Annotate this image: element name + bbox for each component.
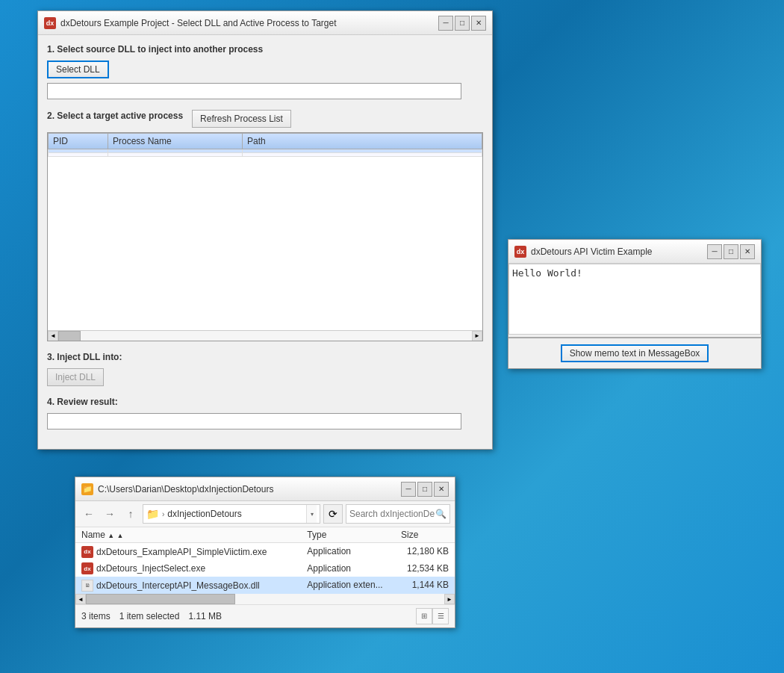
main-maximize-btn[interactable]: □: [455, 16, 470, 31]
cell-path: [243, 153, 482, 157]
explorer-minimize-btn[interactable]: ─: [401, 482, 416, 497]
table-empty-space: [48, 157, 482, 317]
main-window-title: dxDetours Example Project - Select DLL a…: [60, 18, 438, 28]
address-dropdown-btn[interactable]: ▾: [306, 505, 317, 523]
file-table: Name ▲ Type Size dx dxDetours_ExampleAPI…: [75, 527, 455, 594]
victim-window: dx dxDetours API Victim Example ─ □ ✕ He…: [508, 239, 762, 369]
address-bar[interactable]: 📁 › dxInjectionDetours ▾: [143, 504, 320, 524]
nav-forward-btn[interactable]: →: [101, 505, 119, 523]
file-name: dxDetours_InjectSelect.exe: [96, 563, 205, 574]
breadcrumb-arrow: ›: [162, 510, 164, 518]
explorer-status-bar: 3 items 1 item selected 1.11 MB ⊞ ☰: [75, 604, 455, 627]
file-type: Application: [301, 560, 395, 577]
step4-label: 4. Review result:: [47, 397, 483, 407]
cell-name: [108, 153, 243, 157]
sort-icon: ▲: [108, 532, 114, 539]
victim-maximize-btn[interactable]: □: [724, 244, 738, 259]
explorer-maximize-btn[interactable]: □: [417, 482, 432, 497]
file-size: 12,180 KB: [395, 543, 455, 560]
victim-window-icon: dx: [514, 246, 526, 258]
step1-section: 1. Select source DLL to inject into anot…: [47, 44, 483, 99]
file-icon-group: dx dxDetours_ExampleAPI_SimpleViictim.ex…: [81, 546, 267, 558]
view-icons: ⊞ ☰: [416, 608, 449, 624]
col-process-name: Process Name: [108, 134, 243, 149]
view-list-btn[interactable]: ☰: [432, 608, 449, 624]
scroll-left-btn[interactable]: ◄: [75, 594, 86, 604]
file-icon-group: dx dxDetours_InjectSelect.exe: [81, 562, 205, 574]
selected-size: 1.11 MB: [188, 611, 222, 621]
cell-pid: [49, 153, 108, 157]
process-table: PID Process Name Path: [48, 133, 482, 157]
victim-title-bar: dx dxDetours API Victim Example ─ □ ✕: [508, 240, 761, 264]
col-size[interactable]: Size: [395, 527, 455, 543]
victim-close-btn[interactable]: ✕: [740, 244, 755, 259]
victim-window-title: dxDetours API Victim Example: [531, 246, 707, 257]
step2-section: 2. Select a target active process Refres…: [47, 110, 483, 341]
inject-dll-button[interactable]: Inject DLL: [47, 368, 104, 386]
scroll-right-btn[interactable]: ►: [472, 331, 482, 341]
refresh-process-btn[interactable]: Refresh Process List: [192, 110, 291, 128]
select-dll-button[interactable]: Select DLL: [47, 61, 109, 78]
list-item[interactable]: 🗎 dxDetours_InterceptAPI_MessageBox.dll …: [75, 577, 455, 594]
main-window-icon: dx: [44, 17, 56, 29]
explorer-window-icon: 📁: [81, 483, 93, 495]
victim-content: Hello World! Show memo text in MessageBo…: [508, 264, 761, 368]
main-minimize-btn[interactable]: ─: [438, 16, 453, 31]
process-table-scrollbar: ◄ ►: [48, 330, 482, 341]
col-pid: PID: [49, 134, 108, 149]
memo-footer: Show memo text in MessageBox: [508, 337, 761, 368]
selected-count: 1 item selected: [119, 611, 180, 621]
nav-up-btn[interactable]: ↑: [122, 505, 140, 523]
process-table-container: PID Process Name Path: [47, 132, 483, 341]
main-title-controls: ─ □ ✕: [438, 16, 486, 31]
explorer-title-controls: ─ □ ✕: [401, 482, 449, 497]
file-list-container: Name ▲ Type Size dx dxDetours_ExampleAPI…: [75, 527, 455, 594]
victim-title-controls: ─ □ ✕: [707, 244, 755, 259]
file-type: Application exten...: [301, 577, 395, 594]
col-name[interactable]: Name ▲: [75, 527, 301, 543]
explorer-scrollbar: ◄ ►: [75, 594, 455, 604]
exe-icon: dx: [81, 562, 93, 574]
main-close-btn[interactable]: ✕: [471, 16, 486, 31]
scroll-thumb[interactable]: [86, 594, 235, 604]
list-item[interactable]: dx dxDetours_ExampleAPI_SimpleViictim.ex…: [75, 543, 455, 560]
victim-minimize-btn[interactable]: ─: [707, 244, 722, 259]
file-icon-group: 🗎 dxDetours_InterceptAPI_MessageBox.dll: [81, 580, 260, 592]
search-box: 🔍: [346, 504, 450, 524]
search-input[interactable]: [349, 509, 435, 519]
col-type[interactable]: Type: [301, 527, 395, 543]
scroll-thumb[interactable]: [58, 331, 81, 341]
list-item[interactable]: dx dxDetours_InjectSelect.exe Applicatio…: [75, 560, 455, 577]
view-grid-btn[interactable]: ⊞: [416, 608, 432, 624]
file-name: dxDetours_InterceptAPI_MessageBox.dll: [96, 580, 260, 591]
explorer-toolbar: ← → ↑ 📁 › dxInjectionDetours ▾ ⟳ 🔍: [75, 501, 455, 527]
file-size: 12,534 KB: [395, 560, 455, 577]
memo-textarea[interactable]: Hello World!: [508, 264, 761, 335]
dll-path-input[interactable]: [47, 83, 461, 99]
result-input[interactable]: [47, 413, 461, 429]
file-size: 1,144 KB: [395, 577, 455, 594]
file-name-cell: dx dxDetours_ExampleAPI_SimpleViictim.ex…: [75, 543, 301, 560]
breadcrumb-folder: dxInjectionDetours: [167, 509, 241, 519]
explorer-title-bar: 📁 C:\Users\Darian\Desktop\dxInjectionDet…: [75, 477, 455, 501]
show-memo-btn[interactable]: Show memo text in MessageBox: [561, 344, 709, 362]
scroll-track: [86, 594, 444, 604]
file-name-cell: dx dxDetours_InjectSelect.exe: [75, 560, 301, 577]
exe-icon: dx: [81, 546, 93, 558]
search-icon: 🔍: [435, 509, 447, 519]
scroll-left-btn[interactable]: ◄: [48, 331, 58, 341]
main-title-bar: dx dxDetours Example Project - Select DL…: [38, 11, 492, 35]
scroll-right-btn[interactable]: ►: [444, 594, 455, 604]
main-content: 1. Select source DLL to inject into anot…: [38, 35, 492, 449]
explorer-window-title: C:\Users\Darian\Desktop\dxInjectionDetou…: [98, 484, 401, 494]
explorer-window: 📁 C:\Users\Darian\Desktop\dxInjectionDet…: [75, 477, 455, 628]
explorer-refresh-btn[interactable]: ⟳: [323, 504, 343, 524]
item-count: 3 items: [81, 611, 111, 621]
nav-back-btn[interactable]: ←: [80, 505, 98, 523]
explorer-close-btn[interactable]: ✕: [434, 482, 449, 497]
step4-section: 4. Review result:: [47, 397, 483, 429]
table-row[interactable]: [49, 153, 482, 157]
folder-icon: 📁: [146, 508, 159, 520]
step1-label: 1. Select source DLL to inject into anot…: [47, 44, 483, 55]
file-name: dxDetours_ExampleAPI_SimpleViictim.exe: [96, 547, 267, 557]
